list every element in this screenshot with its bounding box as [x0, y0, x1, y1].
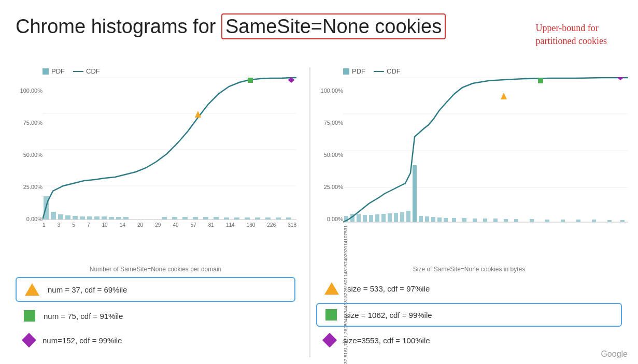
- annotation: Upper-bound for partitioned cookies: [536, 22, 607, 48]
- info-item-left-1: num = 37, cdf = 69%ile: [16, 277, 295, 302]
- svg-rect-68: [592, 220, 596, 222]
- info-text-right-2: size = 1062, cdf = 99%ile: [345, 311, 432, 319]
- svg-rect-24: [234, 217, 239, 220]
- svg-rect-29: [286, 217, 291, 220]
- triangle-icon-left-1: [25, 283, 39, 296]
- info-text-left-1: num = 37, cdf = 69%ile: [48, 285, 127, 294]
- svg-rect-22: [214, 217, 219, 220]
- svg-rect-62: [504, 219, 508, 222]
- svg-rect-19: [182, 217, 188, 220]
- svg-rect-6: [51, 212, 56, 220]
- legend-pdf-right: PDF: [343, 67, 365, 75]
- diamond-icon-right-3: [322, 333, 337, 347]
- svg-rect-42: [357, 214, 361, 222]
- svg-rect-52: [419, 216, 423, 222]
- svg-rect-72: [538, 78, 543, 83]
- svg-marker-71: [501, 93, 507, 99]
- info-item-right-3: size=3553, cdf = 100%ile: [316, 330, 622, 351]
- svg-rect-51: [413, 165, 417, 222]
- svg-rect-47: [388, 213, 392, 222]
- legend-left: PDF CDF: [42, 67, 303, 75]
- info-box-right: Size of SameSite=None cookies in bytes s…: [316, 266, 622, 354]
- svg-rect-66: [561, 220, 565, 222]
- cdf-icon-left: [73, 71, 83, 72]
- svg-rect-64: [530, 219, 534, 222]
- info-item-right-1: size = 533, cdf = 97%ile: [316, 277, 622, 300]
- info-box-left: Number of SameSite=None cookies per doma…: [16, 266, 295, 354]
- svg-rect-48: [394, 213, 398, 222]
- svg-rect-65: [545, 220, 549, 222]
- svg-rect-50: [406, 211, 410, 222]
- svg-rect-56: [444, 218, 448, 222]
- svg-rect-20: [193, 217, 198, 220]
- annotation-line1: Upper-bound for: [536, 22, 607, 35]
- svg-marker-73: [617, 77, 623, 80]
- highlighted-term: SameSite=None cookies: [221, 13, 446, 39]
- chart-divider: [309, 67, 310, 357]
- square-icon-right-2: [325, 309, 337, 321]
- y-axis-left: 100.00% 75.00% 50.00% 25.00% 0.00%: [16, 88, 42, 222]
- svg-rect-61: [493, 219, 498, 222]
- x-axis-left: 1 3 5 7 10 14 20 29 40 57 81 114 160 226…: [42, 222, 296, 228]
- svg-rect-21: [203, 217, 208, 220]
- svg-rect-57: [452, 218, 456, 222]
- chart-svg-right: [343, 77, 628, 225]
- pdf-label-right: PDF: [352, 67, 365, 75]
- page-title: Chrome histograms for SameSite=None cook…: [16, 16, 446, 38]
- svg-rect-67: [576, 220, 580, 222]
- svg-rect-14: [109, 217, 114, 220]
- chart-right-subtitle: Size of SameSite=None cookies in bytes: [316, 266, 622, 273]
- info-text-left-3: num=152, cdf = 99%ile: [42, 336, 122, 345]
- svg-rect-55: [437, 217, 442, 222]
- legend-pdf-left: PDF: [42, 67, 65, 75]
- svg-rect-25: [245, 217, 250, 220]
- svg-rect-26: [255, 217, 260, 220]
- cdf-label-left: CDF: [86, 67, 100, 75]
- svg-rect-23: [224, 217, 229, 220]
- svg-rect-58: [462, 218, 466, 222]
- svg-rect-44: [369, 215, 373, 222]
- cdf-icon-right: [374, 71, 384, 72]
- square-icon-left-2: [24, 310, 35, 322]
- legend-cdf-right: CDF: [374, 67, 401, 75]
- diamond-icon-left-3: [22, 333, 36, 347]
- chart-right: PDF CDF 100.00% 75.00% 50.00% 25.00% 0.0…: [316, 67, 632, 259]
- info-text-left-2: num = 75, cdf = 91%ile: [44, 312, 123, 321]
- svg-rect-15: [116, 217, 121, 220]
- annotation-line2: partitioned cookies: [536, 35, 607, 48]
- svg-rect-46: [381, 214, 386, 222]
- svg-rect-16: [123, 217, 129, 220]
- triangle-icon-right-1: [324, 282, 339, 295]
- y-axis-right: 100.00% 75.00% 50.00% 25.00% 0.00%: [316, 88, 343, 222]
- svg-rect-43: [363, 215, 367, 222]
- pdf-label-left: PDF: [51, 67, 65, 75]
- svg-rect-60: [483, 219, 487, 222]
- svg-rect-18: [172, 217, 177, 220]
- svg-rect-70: [620, 220, 625, 222]
- chart-svg-left: [42, 77, 296, 222]
- svg-rect-8: [65, 215, 70, 220]
- cdf-label-right: CDF: [387, 67, 401, 75]
- svg-rect-59: [473, 219, 477, 222]
- svg-rect-63: [514, 219, 518, 222]
- svg-rect-53: [425, 216, 429, 222]
- legend-right: PDF CDF: [343, 67, 632, 75]
- svg-rect-17: [162, 217, 167, 220]
- svg-rect-12: [94, 216, 100, 220]
- svg-rect-9: [73, 216, 78, 220]
- chart-left: PDF CDF 100.00% 75.00% 50.00% 25.00% 0.0…: [16, 67, 303, 249]
- title-prefix: Chrome histograms for: [16, 16, 221, 37]
- svg-rect-49: [400, 212, 404, 222]
- svg-rect-7: [58, 214, 63, 220]
- svg-rect-27: [265, 217, 271, 220]
- info-item-left-3: num=152, cdf = 99%ile: [16, 330, 295, 351]
- svg-rect-45: [375, 214, 379, 222]
- chart-left-subtitle: Number of SameSite=None cookies per doma…: [16, 266, 295, 273]
- info-item-right-2: size = 1062, cdf = 99%ile: [316, 303, 622, 327]
- svg-rect-69: [607, 220, 612, 222]
- legend-cdf-left: CDF: [73, 67, 100, 75]
- google-logo: Google: [601, 350, 628, 359]
- svg-rect-31: [248, 78, 253, 83]
- svg-rect-11: [87, 216, 92, 220]
- svg-rect-10: [80, 216, 85, 220]
